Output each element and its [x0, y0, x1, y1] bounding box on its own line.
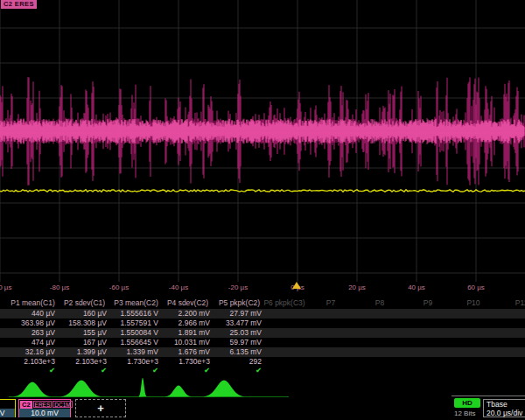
histicon[interactable] [139, 378, 147, 397]
param-header[interactable]: P3 mean(C2) [110, 298, 162, 307]
measure-table: P1 mean(C1)P2 sdev(C1)P3 mean(C2)P4 sdev… [0, 298, 525, 375]
param-header-inactive[interactable]: P10 [466, 298, 480, 307]
oscilloscope-screen: C2 ERES -100 µs-80 µs-60 µs-40 µs-20 µs0… [0, 0, 525, 420]
time-tick-label: -60 µs [109, 284, 129, 291]
measure-row: 363.98 µV158.308 µV1.557591 V2.966 mV33.… [0, 318, 525, 328]
measure-row: 440 µV160 µV1.555616 V2.200 mV27.97 mV [0, 309, 525, 318]
time-tick-label: 40 µs [408, 284, 425, 291]
param-header[interactable]: P1 mean(C1) [7, 298, 59, 307]
status-check-icon: ✔ [214, 367, 262, 375]
measure-value: 363.98 µV [7, 318, 55, 328]
measure-value: 25.03 mV [214, 328, 262, 338]
measure-value: 1.555616 V [110, 309, 158, 318]
status-check-icon: ✔ [59, 367, 107, 375]
measure-value: 155 µV [59, 328, 107, 338]
measure-value: 59.97 mV [214, 338, 262, 347]
hd-mode-badge[interactable]: HD [454, 398, 480, 408]
measure-value: 1.557591 V [110, 318, 158, 328]
status-check-icon: ✔ [110, 367, 158, 375]
measure-value: 292 [214, 357, 262, 367]
time-tick-label: 20 µs [348, 284, 366, 291]
plus-icon: + [97, 402, 104, 415]
bottom-bar: C1 DC1M 10.0 mV C2 ERES DC1M 10.0 mV + H… [0, 398, 525, 420]
histicon[interactable] [204, 381, 244, 397]
trace-annotation: C2 ERES [1, 0, 37, 9]
waveform-display [0, 0, 525, 282]
measure-row: 2.103e+32.103e+31.730e+31.730e+3292 [0, 357, 525, 367]
measure-value: 474 µV [7, 338, 55, 347]
param-header[interactable]: P2 sdev(C1) [59, 298, 110, 307]
measure-value: 1.339 mV [110, 347, 158, 357]
time-tick-label: 60 µs [467, 284, 485, 291]
param-header[interactable]: P5 pkpk(C2) [214, 298, 265, 307]
measure-value: 440 µV [7, 309, 55, 318]
c1-scale: 10.0 mV [0, 409, 15, 417]
hd-bits-label: 12 Bits [454, 410, 475, 417]
histicon-strip[interactable] [0, 378, 525, 398]
channel-c2-descriptor[interactable]: C2 ERES DC1M 10.0 mV [18, 399, 71, 417]
measure-row: 474 µV167 µV1.556645 V10.031 mV59.97 mV [0, 338, 525, 347]
trigger-time-marker-icon[interactable] [292, 282, 301, 289]
time-axis: -100 µs-80 µs-60 µs-40 µs-20 µs0 µs20 µs… [0, 281, 525, 296]
measure-value: 1.550084 V [110, 328, 158, 338]
measure-value: 6.135 mV [214, 347, 262, 357]
measure-value: 167 µV [59, 338, 107, 347]
param-header-inactive[interactable]: P6 pkpk(C3) [263, 298, 304, 307]
measure-value: 2.103e+3 [59, 357, 107, 367]
param-header[interactable]: P4 sdev(C2) [162, 298, 214, 307]
histicon[interactable] [165, 386, 192, 397]
measure-value: 2.966 mV [162, 318, 210, 328]
measure-value: 1.676 mV [162, 347, 210, 357]
measure-value: 32.16 µV [7, 347, 55, 357]
measure-value: 158.308 µV [59, 318, 107, 328]
c2-label: C2 [20, 401, 32, 409]
time-tick-label: -40 µs [169, 284, 188, 291]
c2-coupling-badge: DC1M [52, 401, 72, 408]
status-check-icon: ✔ [7, 367, 55, 375]
measure-row: 32.16 µV1.399 µV1.339 mV1.676 mV6.135 mV [0, 347, 525, 357]
add-trace-button[interactable]: + [75, 399, 126, 417]
timebase-descriptor[interactable]: Tbase 20.0 µs/div [483, 399, 525, 417]
measure-value: 10.031 mV [162, 338, 210, 347]
param-header-inactive[interactable]: P11 [515, 298, 525, 307]
histicon[interactable] [14, 382, 51, 397]
timebase-title: Tbase [484, 400, 525, 409]
c2-eres-badge: ERES [33, 401, 52, 408]
status-check-icon: ✔ [162, 367, 210, 375]
measure-value: 27.97 mV [214, 309, 262, 318]
histicon[interactable] [61, 381, 102, 397]
measure-value: 33.477 mV [214, 318, 262, 328]
measure-status-row: ✔✔✔✔✔ [0, 367, 525, 375]
measure-value: 1.730e+3 [110, 357, 158, 367]
timebase-scale: 20.0 µs/div [484, 409, 525, 417]
measure-value: 1.891 mV [162, 328, 210, 338]
time-tick-label: -20 µs [228, 284, 248, 291]
measure-value: 2.200 mV [162, 309, 210, 318]
param-header-inactive[interactable]: P8 [375, 298, 384, 307]
measure-value: 160 µV [59, 309, 107, 318]
param-header-inactive[interactable]: P7 [326, 298, 335, 307]
panel-divider [452, 396, 525, 396]
measure-value: 1.399 µV [59, 347, 107, 357]
channel-c1-descriptor[interactable]: C1 DC1M 10.0 mV [0, 399, 16, 417]
param-header-inactive[interactable]: P9 [424, 298, 432, 307]
time-tick-label: -100 µs [0, 284, 11, 291]
measure-value: 2.103e+3 [7, 357, 55, 367]
measure-row: 263 µV155 µV1.550084 V1.891 mV25.03 mV [0, 328, 525, 338]
measure-header-row: P1 mean(C1)P2 sdev(C1)P3 mean(C2)P4 sdev… [0, 298, 525, 309]
c2-scale: 10.0 mV [19, 409, 70, 417]
measure-value: 1.730e+3 [162, 357, 210, 367]
time-tick-label: -80 µs [50, 284, 69, 291]
measure-rows: 440 µV160 µV1.555616 V2.200 mV27.97 mV36… [0, 309, 525, 367]
measure-value: 263 µV [7, 328, 55, 338]
measure-value: 1.556645 V [110, 338, 158, 347]
